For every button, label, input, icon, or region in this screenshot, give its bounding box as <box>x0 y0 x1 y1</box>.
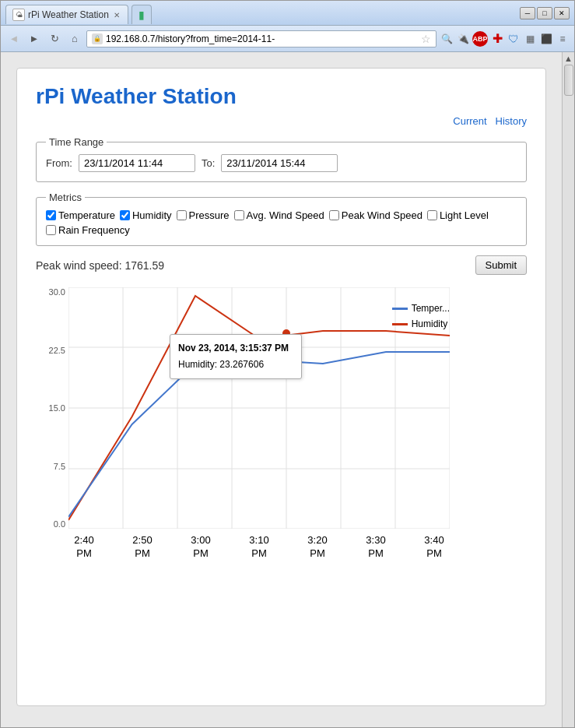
page-card: rPi Weather Station Current History Time… <box>16 68 546 706</box>
rain-frequency-label: Rain Frequency <box>58 224 130 236</box>
y-label-30: 30.0 <box>44 287 65 297</box>
y-axis: 30.0 22.5 15.0 7.5 0.0 <box>44 287 68 529</box>
home-button[interactable]: ⌂ <box>66 30 83 47</box>
metric-temperature[interactable]: Temperature <box>46 209 115 221</box>
chart-legend: Temper... Humidity <box>392 303 450 329</box>
metric-light-level[interactable]: Light Level <box>427 209 489 221</box>
nav-extension-icons: 🔍 🔌 ABP ✚ 🛡 ▦ ⬛ ≡ <box>440 31 570 47</box>
x-label-320: 3:20PM <box>302 534 333 561</box>
x-label-340: 3:40PM <box>419 534 450 561</box>
humidity-legend-label: Humidity <box>412 318 448 329</box>
x-label-240: 2:40PM <box>68 534 100 561</box>
x-label-310: 3:10PM <box>244 534 275 561</box>
time-range-fieldset: Time Range From: To: <box>36 136 527 182</box>
browser-content-wrapper: rPi Weather Station Current History Time… <box>1 52 574 727</box>
submit-button[interactable]: Submit <box>475 255 527 275</box>
x-axis: 2:40PM 2:50PM 3:00PM 3:10PM 3:20PM 3:30P… <box>68 534 450 561</box>
chart-svg-container: Nov 23, 2014, 3:15:37 PM Humidity: 23.26… <box>68 287 450 531</box>
metric-pressure[interactable]: Pressure <box>177 209 230 221</box>
tooltip-dot <box>282 329 290 337</box>
window-controls: ─ □ ✕ <box>520 7 570 19</box>
legend-humidity-item: Humidity <box>392 318 450 329</box>
metric-peak-wind-speed[interactable]: Peak Wind Speed <box>329 209 422 221</box>
humidity-checkbox[interactable] <box>120 210 130 220</box>
scrollbar-thumb[interactable] <box>564 65 573 96</box>
address-bar[interactable]: 🔒 192.168.0.7/history?from_time=2014-11-… <box>86 30 437 47</box>
x-label-250: 2:50PM <box>127 534 158 561</box>
from-label: From: <box>46 157 72 169</box>
tab-label: rPi Weather Station <box>28 9 109 20</box>
humidity-label: Humidity <box>132 209 172 221</box>
avg-wind-speed-checkbox[interactable] <box>234 210 244 220</box>
scroll-up-button[interactable]: ▲ <box>564 54 573 63</box>
submit-row: Peak wind speed: 1761.59 Submit <box>36 255 527 275</box>
search-icon[interactable]: 🔍 <box>440 32 454 46</box>
light-level-checkbox[interactable] <box>427 210 437 220</box>
current-link[interactable]: Current <box>453 115 486 127</box>
bookmark-icon[interactable]: ☆ <box>421 33 431 45</box>
x-label-300: 3:00PM <box>185 534 216 561</box>
peak-wind-speed-checkbox[interactable] <box>329 210 339 220</box>
minimize-button[interactable]: ─ <box>520 7 535 19</box>
browser-window: 🌤 rPi Weather Station ✕ ▮ ─ □ ✕ ◄ ► ↻ ⌂ … <box>0 0 575 728</box>
tab-icon: 🌤 <box>12 9 25 21</box>
nav-links: Current History <box>36 115 527 127</box>
close-button[interactable]: ✕ <box>554 7 570 19</box>
pressure-label: Pressure <box>189 209 230 221</box>
from-input[interactable] <box>79 154 195 172</box>
page-title: rPi Weather Station <box>36 84 527 109</box>
url-text: 192.168.0.7/history?from_time=2014-11- <box>106 33 418 44</box>
time-range-legend: Time Range <box>46 136 107 148</box>
metrics-fieldset: Metrics Temperature Humidity <box>36 192 527 246</box>
peak-wind-speed-label: Peak Wind Speed <box>342 209 422 221</box>
back-button[interactable]: ◄ <box>5 30 23 47</box>
film-icon[interactable]: ▦ <box>523 32 537 46</box>
title-bar: 🌤 rPi Weather Station ✕ ▮ ─ □ ✕ <box>1 1 574 26</box>
metrics-row: Temperature Humidity Pressure <box>46 209 517 236</box>
temperature-line <box>68 352 450 517</box>
temperature-checkbox[interactable] <box>46 210 56 220</box>
to-input[interactable] <box>221 154 338 172</box>
metrics-legend: Metrics <box>46 192 85 203</box>
forward-button[interactable]: ► <box>26 30 43 47</box>
y-label-0: 0.0 <box>44 519 65 529</box>
history-link[interactable]: History <box>496 115 527 127</box>
y-label-15: 15.0 <box>44 403 65 413</box>
pressure-checkbox[interactable] <box>177 210 187 220</box>
metric-rain-frequency[interactable]: Rain Frequency <box>46 224 130 236</box>
cast-icon[interactable]: ⬛ <box>539 32 553 46</box>
scrollbar-track[interactable]: ▲ <box>562 52 574 727</box>
avg-wind-speed-label: Avg. Wind Speed <box>247 209 324 221</box>
reload-button[interactable]: ↻ <box>46 30 63 47</box>
x-label-330: 3:30PM <box>360 534 391 561</box>
light-level-label: Light Level <box>440 209 489 221</box>
active-tab[interactable]: 🌤 rPi Weather Station ✕ <box>5 5 128 24</box>
new-tab-button[interactable]: ▮ <box>131 5 152 24</box>
tab-close-button[interactable]: ✕ <box>112 11 121 19</box>
navigation-bar: ◄ ► ↻ ⌂ 🔒 192.168.0.7/history?from_time=… <box>1 26 574 52</box>
rain-frequency-checkbox[interactable] <box>46 225 56 235</box>
chart-container: 30.0 22.5 15.0 7.5 0.0 <box>44 287 527 561</box>
cross-icon[interactable]: ✚ <box>490 32 504 46</box>
peak-wind-text: Peak wind speed: 1761.59 <box>36 259 164 272</box>
menu-icon[interactable]: ≡ <box>556 32 570 46</box>
time-row: From: To: <box>46 154 517 172</box>
chart-wrapper: 30.0 22.5 15.0 7.5 0.0 <box>44 287 527 531</box>
shield-icon[interactable]: 🛡 <box>507 32 521 46</box>
temperature-legend-color <box>392 308 408 310</box>
humidity-legend-color <box>392 323 408 325</box>
address-bar-icon: 🔒 <box>92 33 103 44</box>
extension-icon-1[interactable]: 🔌 <box>456 32 470 46</box>
maximize-button[interactable]: □ <box>537 7 552 19</box>
y-label-22: 22.5 <box>44 346 65 355</box>
adblock-icon[interactable]: ABP <box>472 31 488 47</box>
to-label: To: <box>202 157 215 169</box>
legend-temperature-item: Temper... <box>392 303 450 314</box>
metric-avg-wind-speed[interactable]: Avg. Wind Speed <box>234 209 324 221</box>
temperature-label: Temperature <box>58 209 115 221</box>
metric-humidity[interactable]: Humidity <box>120 209 172 221</box>
page-content: rPi Weather Station Current History Time… <box>1 52 562 727</box>
temperature-legend-label: Temper... <box>412 303 450 314</box>
y-label-7: 7.5 <box>44 462 65 471</box>
